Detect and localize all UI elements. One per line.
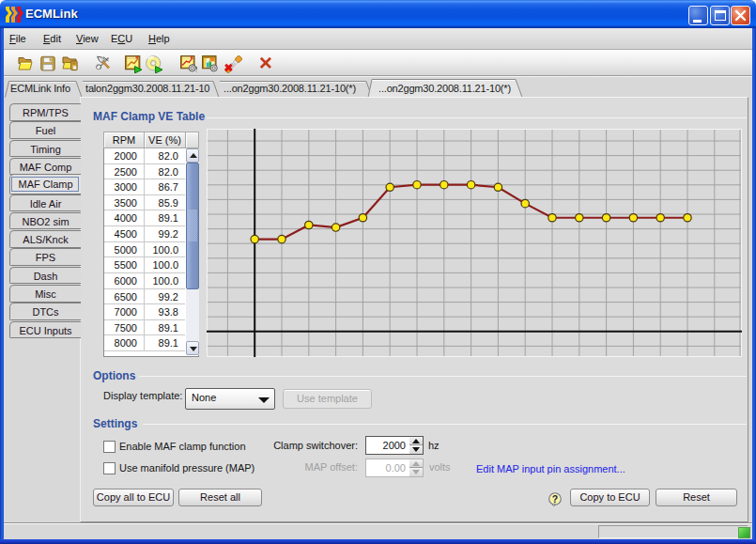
svg-text:?: ?	[552, 493, 558, 505]
